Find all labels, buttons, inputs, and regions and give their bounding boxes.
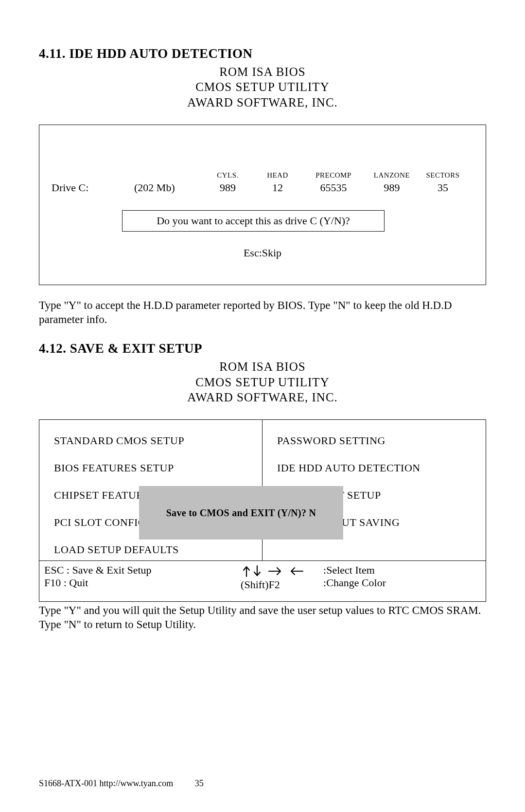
- hint-select: :Select Item: [323, 564, 481, 577]
- menu-password[interactable]: PASSWORD SETTING: [277, 434, 476, 447]
- hdr-head: HEAD: [253, 171, 302, 180]
- hdr-precomp: PRECOMP: [302, 171, 365, 180]
- page-footer: S1668-ATX-001 http://www.tyan.com 35: [39, 778, 204, 789]
- setup-panel: STANDARD CMOS SETUP BIOS FEATURES SETUP …: [39, 419, 486, 602]
- hint-shift: (Shift)F2: [241, 578, 323, 591]
- bios-line: AWARD SOFTWARE, INC.: [39, 95, 486, 110]
- hdr-lanzone: LANZONE: [365, 171, 419, 180]
- hdr-sectors: SECTORS: [419, 171, 467, 180]
- arrow-keys-icon: [241, 564, 314, 578]
- cell-cyls: 989: [202, 181, 253, 194]
- save-exit-dialog[interactable]: Save to CMOS and EXIT (Y/N)? N: [139, 486, 343, 540]
- setup-footer-bar: ESC : Save & Exit Setup F10 : Quit (Shif…: [39, 561, 486, 594]
- cell-head: 12: [253, 181, 302, 194]
- footer-url: http://www.tyan.com: [100, 778, 174, 788]
- hdd-detection-panel: . . CYLS. HEAD PRECOMP LANZONE SECTORS D…: [39, 125, 486, 285]
- menu-ide-hdd[interactable]: IDE HDD AUTO DETECTION: [277, 462, 476, 474]
- bios-line: CMOS SETUP UTILITY: [39, 79, 486, 94]
- hdd-headers: . . CYLS. HEAD PRECOMP LANZONE SECTORS: [52, 171, 473, 180]
- section-411-explain: Type "Y" to accept the H.D.D parameter r…: [39, 299, 486, 327]
- hint-esc: ESC : Save & Exit Setup: [44, 564, 241, 577]
- esc-skip-hint: Esc:Skip: [39, 247, 486, 259]
- cell-lanzone: 989: [365, 181, 419, 194]
- section-411-title: 4.11. IDE HDD AUTO DETECTION: [39, 46, 486, 61]
- footer-model: S1668-ATX-001: [39, 778, 97, 788]
- bios-header-411: ROM ISA BIOS CMOS SETUP UTILITY AWARD SO…: [39, 64, 486, 110]
- bios-line: ROM ISA BIOS: [39, 359, 486, 374]
- bios-line: AWARD SOFTWARE, INC.: [39, 390, 486, 405]
- hint-color: :Change Color: [323, 577, 481, 589]
- menu-standard-cmos[interactable]: STANDARD CMOS SETUP: [54, 434, 252, 447]
- accept-prompt[interactable]: Do you want to accept this as drive C (Y…: [122, 210, 385, 232]
- cell-size: (202 Mb): [134, 181, 202, 194]
- bios-line: CMOS SETUP UTILITY: [39, 375, 486, 390]
- cell-precomp: 65535: [302, 181, 365, 194]
- hdd-table: . . CYLS. HEAD PRECOMP LANZONE SECTORS D…: [52, 171, 473, 194]
- bios-header-412: ROM ISA BIOS CMOS SETUP UTILITY AWARD SO…: [39, 359, 486, 405]
- cell-sectors: 35: [419, 181, 467, 194]
- bios-line: ROM ISA BIOS: [39, 64, 486, 79]
- menu-load-defaults[interactable]: LOAD SETUP DEFAULTS: [54, 543, 252, 556]
- section-412-title: 4.12. SAVE & EXIT SETUP: [39, 341, 486, 356]
- hint-f10: F10 : Quit: [44, 577, 241, 589]
- menu-bios-features[interactable]: BIOS FEATURES SETUP: [54, 462, 252, 474]
- section-412-explain: Type "Y" and you will quit the Setup Uti…: [39, 604, 486, 632]
- hdr-cyls: CYLS.: [202, 171, 253, 180]
- cell-drive: Drive C:: [52, 181, 134, 194]
- hdd-row: Drive C: (202 Mb) 989 12 65535 989 35: [52, 181, 473, 194]
- footer-page: 35: [195, 778, 204, 789]
